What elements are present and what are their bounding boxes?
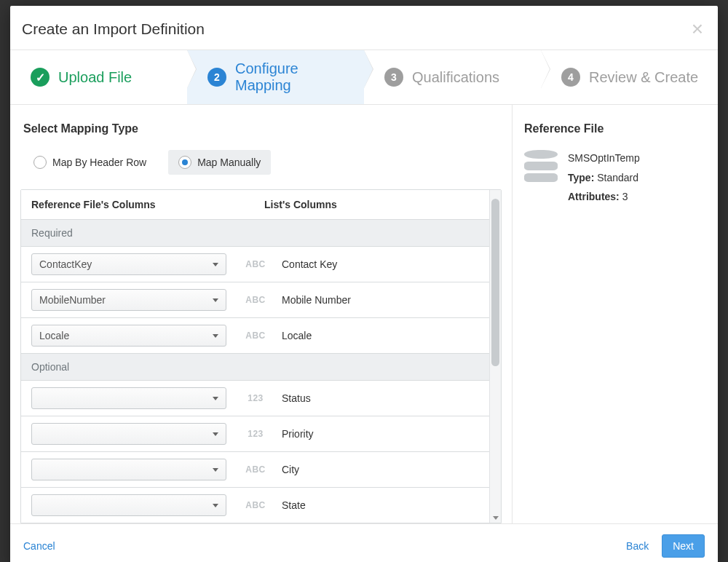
mapping-grid: Reference File's Columns List's Columns … xyxy=(20,189,502,523)
datatype-badge: ABC xyxy=(242,331,269,341)
list-column-name: Priority xyxy=(282,428,314,440)
list-column-name: Mobile Number xyxy=(282,294,351,306)
datatype-badge: 123 xyxy=(242,393,269,403)
vertical-scrollbar[interactable] xyxy=(489,190,501,523)
chevron-down-icon xyxy=(213,397,218,400)
reference-column-select[interactable]: MobileNumber xyxy=(31,289,226,311)
step-number-badge: 4 xyxy=(561,68,580,87)
attributes-value: 3 xyxy=(622,191,628,202)
group-header-required: Required xyxy=(21,220,489,247)
list-column-name: Contact Key xyxy=(282,258,337,270)
group-header-optional: Optional xyxy=(21,354,489,381)
reference-column-select[interactable] xyxy=(31,423,226,445)
reference-column-select[interactable] xyxy=(31,459,226,480)
close-icon[interactable]: × xyxy=(692,19,703,39)
reference-file-type: Type: Standard xyxy=(568,168,640,188)
wizard-step-configure-mapping[interactable]: 2 Configure Mapping xyxy=(187,50,364,104)
mapping-row: MobileNumber ABC Mobile Number xyxy=(21,282,489,318)
list-column-name: Locale xyxy=(282,330,312,341)
chevron-down-icon xyxy=(213,263,218,266)
wizard-step-review-create[interactable]: 4 Review & Create xyxy=(541,50,718,104)
back-button[interactable]: Back xyxy=(626,540,649,552)
mapping-row: ABC State xyxy=(21,488,489,523)
datatype-badge: ABC xyxy=(242,464,269,475)
attributes-label: Attributes: xyxy=(568,191,620,202)
radio-icon xyxy=(178,156,191,169)
step-number-badge: 3 xyxy=(384,68,403,87)
modal-body: Select Mapping Type Map By Header Row Ma… xyxy=(10,105,718,523)
wizard-step-label: Upload File xyxy=(58,69,132,86)
chevron-down-icon xyxy=(213,468,218,472)
mapping-grid-header: Reference File's Columns List's Columns xyxy=(21,190,489,220)
reference-column-select[interactable]: Locale xyxy=(31,325,226,347)
list-column-name: Status xyxy=(282,392,311,404)
modal-header: Create an Import Definition × xyxy=(10,6,718,50)
wizard-steps: Upload File 2 Configure Mapping 3 Qualif… xyxy=(10,50,718,105)
radio-map-by-header-row[interactable]: Map By Header Row xyxy=(23,150,157,175)
wizard-step-label: Configure Mapping xyxy=(235,60,357,94)
scroll-down-icon[interactable] xyxy=(490,512,501,523)
reference-column-select[interactable] xyxy=(31,494,226,516)
type-value: Standard xyxy=(597,172,638,183)
radio-icon xyxy=(33,156,47,169)
scrollbar-thumb[interactable] xyxy=(491,199,499,366)
wizard-step-qualifications[interactable]: 3 Qualifications xyxy=(364,50,541,104)
wizard-step-label: Review & Create xyxy=(589,69,698,86)
reference-file-title: Reference File xyxy=(524,122,706,135)
wizard-step-label: Qualifications xyxy=(412,69,499,86)
type-label: Type: xyxy=(568,172,594,183)
step-number-badge: 2 xyxy=(207,68,226,87)
reference-file-panel: Reference File SMSOptInTemp Type: Standa… xyxy=(513,105,718,523)
chevron-down-icon xyxy=(213,504,218,507)
list-column-name: City xyxy=(282,464,299,475)
mapping-row: ContactKey ABC Contact Key xyxy=(21,247,489,282)
wizard-step-upload-file[interactable]: Upload File xyxy=(10,50,187,104)
select-value: MobileNumber xyxy=(39,294,106,306)
select-value: ContactKey xyxy=(39,258,92,270)
datatype-badge: ABC xyxy=(242,500,269,510)
database-icon xyxy=(524,149,558,207)
chevron-down-icon xyxy=(213,432,218,436)
modal-title: Create an Import Definition xyxy=(22,20,205,38)
check-icon xyxy=(31,68,50,87)
chevron-down-icon xyxy=(213,334,218,338)
footer-right: Back Next xyxy=(626,534,705,558)
select-value: Locale xyxy=(39,330,69,341)
mapping-row: Locale ABC Locale xyxy=(21,318,489,354)
column-header-reference: Reference File's Columns xyxy=(31,199,257,210)
reference-file-attributes: Attributes: 3 xyxy=(568,187,640,207)
mapping-grid-body: Reference File's Columns List's Columns … xyxy=(21,190,489,523)
chevron-down-icon xyxy=(213,298,218,302)
list-column-name: State xyxy=(282,499,306,511)
mapping-type-radio-group: Map By Header Row Map Manually xyxy=(23,150,502,175)
mapping-row: ABC City xyxy=(21,452,489,488)
mapping-row: 123 Status xyxy=(21,381,489,416)
next-button[interactable]: Next xyxy=(662,534,705,558)
cancel-button[interactable]: Cancel xyxy=(23,540,55,552)
reference-file-meta: SMSOptInTemp Type: Standard Attributes: … xyxy=(568,149,640,207)
radio-map-manually[interactable]: Map Manually xyxy=(168,150,271,175)
reference-file-name: SMSOptInTemp xyxy=(568,149,640,168)
reference-column-select[interactable] xyxy=(31,387,226,409)
column-header-list: List's Columns xyxy=(257,199,479,210)
modal-footer: Cancel Back Next xyxy=(10,523,718,562)
import-definition-modal: Create an Import Definition × Upload Fil… xyxy=(10,6,718,562)
radio-label: Map Manually xyxy=(197,157,261,168)
mapping-type-title: Select Mapping Type xyxy=(23,122,502,135)
mapping-row: 123 Priority xyxy=(21,416,489,452)
mapping-panel: Select Mapping Type Map By Header Row Ma… xyxy=(10,105,513,523)
datatype-badge: ABC xyxy=(242,259,269,269)
datatype-badge: ABC xyxy=(242,295,269,305)
radio-label: Map By Header Row xyxy=(52,157,146,168)
datatype-badge: 123 xyxy=(242,429,269,439)
reference-file-info: SMSOptInTemp Type: Standard Attributes: … xyxy=(524,149,706,207)
reference-column-select[interactable]: ContactKey xyxy=(31,253,226,275)
